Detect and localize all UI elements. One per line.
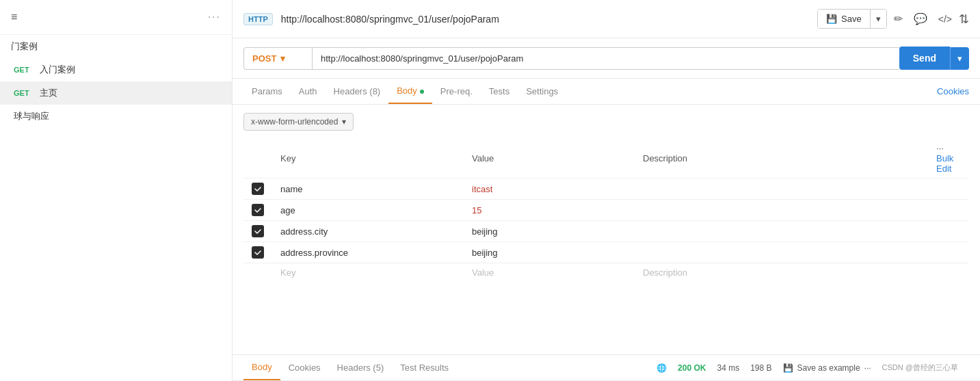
row1-checkbox-cell xyxy=(243,179,272,200)
comment-button[interactable]: 💬 xyxy=(910,8,931,29)
empty-value-cell[interactable]: Value xyxy=(464,263,635,283)
bottom-tab-test-results[interactable]: Test Results xyxy=(392,356,457,380)
th-checkbox xyxy=(243,139,272,179)
sidebar-section1-label: 门案例 xyxy=(0,35,232,58)
save-icon: 💾 xyxy=(826,14,837,24)
status-ok-label: 200 OK xyxy=(678,363,706,373)
th-value: Value xyxy=(464,139,635,179)
form-params-table: Key Value Description ··· Bulk Edit xyxy=(243,139,969,282)
send-button-group: Send ▾ xyxy=(899,47,969,70)
table-empty-row: Key Value Description xyxy=(243,263,969,283)
save-label: Save xyxy=(841,14,862,24)
sidebar-item-label-response: 球与响应 xyxy=(14,110,49,122)
method-badge-get: GET xyxy=(14,66,34,74)
url-input[interactable] xyxy=(312,47,899,70)
tab-body[interactable]: Body xyxy=(388,79,432,104)
tab-headers[interactable]: Headers (8) xyxy=(326,79,389,103)
send-button[interactable]: Send xyxy=(899,47,950,70)
sidebar-item-response[interactable]: 球与响应 xyxy=(0,105,232,128)
empty-desc-cell[interactable]: Description xyxy=(635,263,928,283)
sidebar-dots-icon[interactable]: ··· xyxy=(208,11,221,23)
swap-icon[interactable]: ⇅ xyxy=(959,12,969,27)
row1-key[interactable]: name xyxy=(272,179,464,200)
save-example-dots: ··· xyxy=(864,363,871,373)
row4-value[interactable]: beijing xyxy=(464,242,635,263)
check-icon xyxy=(254,206,262,214)
row2-checkbox[interactable] xyxy=(252,204,264,216)
empty-checkbox-cell xyxy=(243,263,272,283)
tab-auth[interactable]: Auth xyxy=(291,79,326,103)
encoding-select[interactable]: x-www-form-urlencoded ▾ xyxy=(243,113,354,131)
table-row: name itcast xyxy=(243,179,969,200)
row4-checkbox-cell xyxy=(243,242,272,263)
request-title: http://localhost:8080/springmvc_01/user/… xyxy=(281,14,809,25)
save-example-label: Save as example xyxy=(797,363,860,373)
bottom-tab-cookies[interactable]: Cookies xyxy=(280,356,329,380)
http-icon: HTTP xyxy=(243,13,273,25)
send-dropdown-button[interactable]: ▾ xyxy=(950,47,969,70)
th-actions: ··· Bulk Edit xyxy=(928,139,969,179)
row3-actions xyxy=(928,221,969,242)
sidebar: ≡ ··· 门案例 GET 入门案例 GET 主页 球与响应 xyxy=(0,0,233,381)
check-icon xyxy=(254,185,262,193)
row1-checkbox[interactable] xyxy=(252,183,264,195)
save-button[interactable]: 💾 Save xyxy=(818,10,871,28)
tab-prereq[interactable]: Pre-req. xyxy=(432,79,481,103)
th-key: Key xyxy=(272,139,464,179)
status-time: 34 ms xyxy=(717,363,739,373)
status-size: 198 B xyxy=(750,363,771,373)
save-group: 💾 Save ▾ xyxy=(817,9,887,29)
row2-key[interactable]: age xyxy=(272,200,464,221)
url-bar: POST ▾ Send ▾ xyxy=(233,38,980,79)
row3-description[interactable] xyxy=(635,221,928,242)
bottom-tab-body[interactable]: Body xyxy=(243,355,280,380)
bottom-tab-headers[interactable]: Headers (5) xyxy=(329,356,393,380)
row4-description[interactable] xyxy=(635,242,928,263)
cookies-link[interactable]: Cookies xyxy=(937,86,969,96)
tab-settings[interactable]: Settings xyxy=(518,79,566,103)
table-row: address.province beijing xyxy=(243,242,969,263)
request-tabs: Params Auth Headers (8) Body Pre-req. Te… xyxy=(233,79,980,105)
sidebar-item-label-home: 主页 xyxy=(40,87,57,99)
method-dropdown-icon: ▾ xyxy=(280,53,285,64)
dots-icon: ··· xyxy=(936,143,944,153)
save-example-button[interactable]: 💾 Save as example ··· xyxy=(783,363,871,373)
empty-key-cell[interactable]: Key xyxy=(272,263,464,283)
th-description: Description xyxy=(635,139,928,179)
tab-params[interactable]: Params xyxy=(243,79,291,103)
row3-value[interactable]: beijing xyxy=(464,221,635,242)
row1-value[interactable]: itcast xyxy=(464,179,635,200)
row4-checkbox[interactable] xyxy=(252,246,264,259)
row4-key[interactable]: address.province xyxy=(272,242,464,263)
bulk-edit-link[interactable]: Bulk Edit xyxy=(936,153,953,174)
save-icon-small: 💾 xyxy=(783,363,793,373)
sidebar-item-home[interactable]: GET 主页 xyxy=(0,81,232,105)
top-bar: HTTP http://localhost:8080/springmvc_01/… xyxy=(233,0,980,38)
row2-checkbox-cell xyxy=(243,200,272,221)
bottom-status-bar: 🌐 200 OK 34 ms 198 B 💾 Save as example ·… xyxy=(646,358,969,377)
code-button[interactable]: </> xyxy=(934,10,956,29)
row3-key[interactable]: address.city xyxy=(272,221,464,242)
save-dropdown-button[interactable]: ▾ xyxy=(871,10,886,28)
main-panel: HTTP http://localhost:8080/springmvc_01/… xyxy=(233,0,980,381)
sidebar-header: ≡ ··· xyxy=(0,0,232,35)
sidebar-item-intro[interactable]: GET 入门案例 xyxy=(0,58,232,81)
row2-value[interactable]: 15 xyxy=(464,200,635,221)
tab-tests[interactable]: Tests xyxy=(481,79,518,103)
row3-checkbox-cell xyxy=(243,221,272,242)
method-value: POST xyxy=(252,53,276,64)
method-select[interactable]: POST ▾ xyxy=(243,47,312,70)
menu-icon[interactable]: ≡ xyxy=(11,11,17,23)
globe-icon: 🌐 xyxy=(657,363,667,373)
edit-button[interactable]: ✏ xyxy=(890,8,907,29)
table-row: age 15 xyxy=(243,200,969,221)
watermark: CSDN @曾经的三心草 xyxy=(882,363,958,373)
row3-checkbox[interactable] xyxy=(252,225,264,237)
table-row: address.city beijing xyxy=(243,221,969,242)
row2-description[interactable] xyxy=(635,200,928,221)
top-bar-actions: 💾 Save ▾ ✏ 💬 </> ⇅ xyxy=(817,8,969,29)
row4-actions xyxy=(928,242,969,263)
check-icon xyxy=(254,227,262,235)
row1-description[interactable] xyxy=(635,179,928,200)
encoding-dropdown-icon: ▾ xyxy=(342,117,346,127)
